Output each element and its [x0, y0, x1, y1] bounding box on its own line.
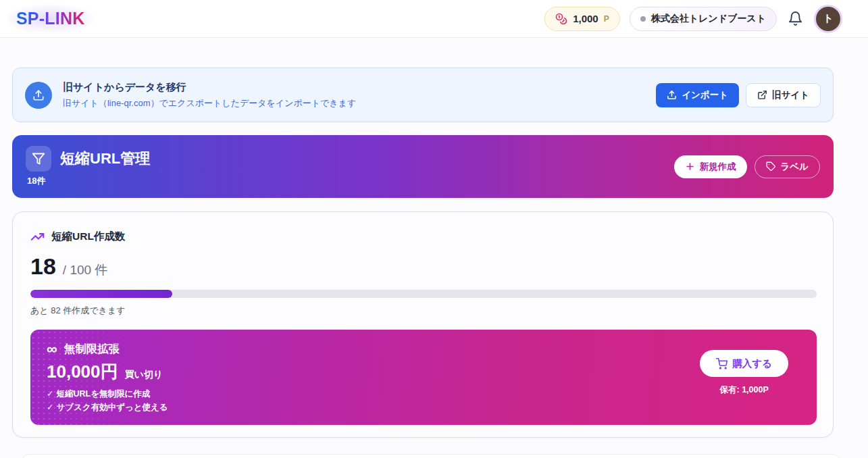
company-badge[interactable]: 株式会社トレンドブースト	[630, 7, 777, 31]
check-icon: ✓	[47, 401, 53, 414]
avatar[interactable]: ト	[814, 5, 842, 33]
upsell-feature-list: ✓短縮URLを無制限に作成 ✓サブスク有効中ずっと使える	[47, 387, 168, 414]
top-header: SP-LINK 1,000 P 株式会社トレンドブースト	[0, 0, 868, 38]
usage-progress-track	[30, 290, 817, 298]
balance-text: 保有: 1,000P	[720, 384, 769, 396]
migration-subtitle: 旧サイト（line-qr.com）でエクスポートしたデータをインポートできます	[63, 97, 356, 109]
old-site-button[interactable]: 旧サイト	[746, 83, 821, 107]
points-badge[interactable]: 1,000 P	[544, 7, 620, 31]
migration-banner: 旧サイトからデータを移行 旧サイト（line-qr.com）でエクスポートしたデ…	[12, 68, 834, 122]
filter-icon	[26, 146, 51, 172]
band-actions: 新規作成 ラベル	[674, 155, 820, 178]
upsell-feature: ✓サブスク有効中ずっと使える	[47, 401, 168, 414]
plus-icon	[685, 161, 695, 172]
usage-card: 短縮URL作成数 18 / 100 件 あと 82 件作成できます ∞ 無制限拡…	[12, 211, 834, 438]
label-button-label: ラベル	[781, 161, 809, 173]
upload-icon	[667, 90, 677, 100]
cart-icon	[716, 358, 727, 370]
check-icon: ✓	[47, 387, 53, 401]
bell-icon	[788, 11, 803, 26]
usage-card-title: 短縮URL作成数	[51, 230, 125, 244]
upsell-left: ∞ 無制限拡張 10,000円 買い切り ✓短縮URLを無制限に作成 ✓サブスク…	[47, 342, 168, 414]
points-value: 1,000	[573, 13, 598, 24]
header-right-group: 1,000 P 株式会社トレンドブースト ト	[544, 5, 842, 33]
notifications-button[interactable]	[786, 9, 805, 28]
usage-limit: / 100 件	[63, 261, 108, 279]
company-name: 株式会社トレンドブースト	[651, 13, 766, 25]
upload-circle-icon	[25, 82, 52, 109]
migration-texts: 旧サイトからデータを移行 旧サイト（line-qr.com）でエクスポートしたデ…	[63, 81, 356, 109]
upsell-price-note: 買い切り	[125, 369, 163, 381]
usage-progress-fill	[30, 290, 172, 298]
tag-icon	[766, 161, 776, 172]
main-content: 旧サイトからデータを移行 旧サイト（line-qr.com）でエクスポートしたデ…	[0, 38, 868, 438]
upsell-right: 購入する 保有: 1,000P	[700, 350, 788, 396]
unlimited-upsell-card: ∞ 無制限拡張 10,000円 買い切り ✓短縮URLを無制限に作成 ✓サブスク…	[30, 330, 817, 425]
create-new-label: 新規作成	[700, 161, 736, 173]
upsell-feature: ✓短縮URLを無制限に作成	[47, 387, 168, 401]
buy-button[interactable]: 購入する	[700, 350, 788, 377]
upsell-title: 無制限拡張	[64, 342, 120, 357]
page: SP-LINK 1,000 P 株式会社トレンドブースト	[0, 0, 868, 458]
migration-actions: インポート 旧サイト	[656, 83, 821, 107]
next-card-peek	[20, 454, 842, 458]
label-button[interactable]: ラベル	[755, 155, 820, 178]
url-manager-band: 短縮URL管理 18件 新規作成	[12, 135, 834, 198]
status-dot-icon	[640, 16, 646, 22]
usage-current: 18	[30, 255, 56, 278]
upsell-price: 10,000円	[47, 363, 118, 380]
app-logo[interactable]: SP-LINK	[7, 5, 94, 32]
avatar-initial: ト	[823, 12, 833, 25]
import-button-label: インポート	[682, 89, 728, 101]
old-site-button-label: 旧サイト	[772, 89, 809, 101]
infinity-icon: ∞	[47, 342, 57, 357]
coins-icon	[555, 13, 567, 25]
migration-title: 旧サイトからデータを移行	[63, 81, 356, 94]
url-count: 18件	[27, 175, 150, 187]
buy-button-label: 購入する	[732, 357, 772, 370]
app-logo-text: SP-LINK	[16, 9, 84, 28]
trending-up-icon	[30, 230, 45, 244]
band-left: 短縮URL管理 18件	[26, 146, 150, 187]
import-button[interactable]: インポート	[656, 83, 739, 107]
points-unit: P	[604, 14, 609, 24]
usage-remaining-text: あと 82 件作成できます	[30, 305, 815, 317]
create-new-button[interactable]: 新規作成	[674, 155, 747, 178]
page-title: 短縮URL管理	[60, 149, 150, 169]
external-link-icon	[757, 90, 767, 100]
